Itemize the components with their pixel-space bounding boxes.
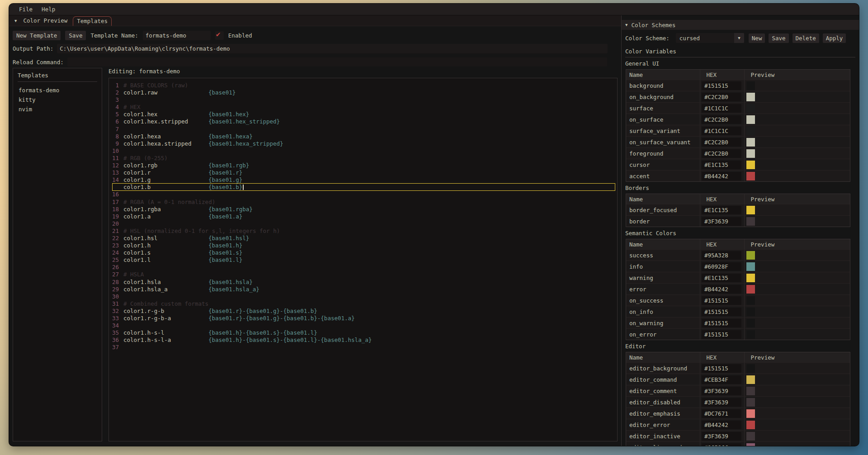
delete-scheme-button[interactable]: Delete — [793, 33, 819, 43]
editor-line[interactable]: 34 — [109, 322, 617, 329]
editor-line[interactable]: 4# HEX — [109, 104, 617, 111]
tab-color-preview[interactable]: Color Preview — [19, 16, 71, 25]
collapse-arrow-icon[interactable]: ▼ — [625, 23, 631, 27]
editor-line[interactable]: 7 — [109, 126, 617, 133]
output-path-input[interactable]: C:\Users\user\AppData\Roaming\clrsync\fo… — [57, 44, 608, 53]
editor-line[interactable]: 23color1.h{base01.h} — [109, 242, 617, 249]
preview-swatch[interactable] — [746, 409, 755, 418]
editor-line[interactable]: 1# BASE COLORS (raw) — [109, 82, 617, 89]
editor-line[interactable]: 9color1.hexa.stripped{base01.hexa_stripp… — [109, 140, 617, 147]
hex-input[interactable]: #3F3639 — [702, 398, 741, 407]
editor-line[interactable]: 32color1.r-g-b{base01.r}-{base01.g}-{bas… — [109, 308, 617, 315]
hex-input[interactable]: #CEB34F — [702, 375, 741, 384]
hex-input[interactable]: #151515 — [702, 330, 741, 339]
hex-input[interactable]: #B44242 — [702, 172, 741, 180]
hex-input[interactable]: #B44242 — [702, 421, 741, 429]
editor-line[interactable]: 22color1.hsl{base01.hsl} — [109, 235, 617, 242]
preview-swatch[interactable] — [746, 421, 755, 429]
preview-swatch[interactable] — [746, 375, 755, 384]
hex-input[interactable]: #1C1C1C — [702, 104, 741, 113]
preview-swatch[interactable] — [746, 149, 755, 158]
preview-swatch[interactable] — [746, 274, 755, 282]
preview-swatch[interactable] — [746, 432, 755, 441]
editor-line[interactable]: 2color1.raw{base01} — [109, 89, 617, 96]
apply-scheme-button[interactable]: Apply — [823, 33, 846, 43]
hex-input[interactable]: #3F3639 — [702, 217, 741, 226]
editor-line[interactable]: 12color1.rgb{base01.rgb} — [109, 162, 617, 169]
editor-line[interactable]: 29color1.hsla_a{base01.hsla_a} — [109, 286, 617, 293]
hex-input[interactable]: #DC7671 — [702, 409, 741, 418]
editor-line[interactable]: 18color1.rgba{base01.rgba} — [109, 206, 617, 213]
preview-swatch[interactable] — [746, 296, 755, 305]
save-template-button[interactable]: Save — [65, 31, 86, 40]
preview-swatch[interactable] — [746, 127, 755, 135]
editor-line[interactable]: 20 — [109, 220, 617, 228]
menu-item-file[interactable]: File — [15, 5, 36, 14]
preview-swatch[interactable] — [746, 115, 755, 124]
enabled-checkbox[interactable]: ✔ — [215, 31, 224, 40]
hex-input[interactable]: #95A328 — [702, 251, 741, 260]
preview-swatch[interactable] — [746, 81, 755, 90]
hex-input[interactable]: #E1C135 — [702, 274, 741, 282]
hex-input[interactable]: #C2C2B0 — [702, 149, 741, 158]
hex-input[interactable]: #3F3639 — [702, 432, 741, 441]
hex-input[interactable]: #B44242 — [702, 285, 741, 294]
color-schemes-header[interactable]: ▼ Color Schemes — [622, 20, 859, 30]
preview-swatch[interactable] — [746, 285, 755, 294]
new-template-button[interactable]: New Template — [13, 31, 61, 40]
hex-input[interactable]: #151515 — [702, 319, 741, 327]
editor-line[interactable]: 14color1.g{base01.g} — [109, 176, 617, 184]
editor-line[interactable]: 5color1.hex{base01.hex} — [109, 111, 617, 118]
editor-line[interactable]: 6color1.hex.stripped{base01.hex_stripped… — [109, 118, 617, 125]
editor-line[interactable]: 21# HSL (normalized 0-1 for s,l, integer… — [109, 228, 617, 235]
editor-line[interactable]: 19color1.a{base01.a} — [109, 213, 617, 220]
preview-swatch[interactable] — [746, 262, 755, 271]
preview-swatch[interactable] — [746, 387, 755, 395]
editor-line[interactable]: 33color1.r-g-b-a{base01.r}-{base01.g}-{b… — [109, 315, 617, 322]
scheme-combo[interactable]: cursed ▼ — [676, 33, 744, 43]
editor-line[interactable]: 31# Combined custom formats — [109, 300, 617, 308]
reload-command-input[interactable] — [67, 57, 607, 66]
editor-line[interactable]: 28color1.hsla{base01.hsla} — [109, 279, 617, 286]
editor-line[interactable]: 25color1.l{base01.l} — [109, 256, 617, 264]
preview-swatch[interactable] — [746, 161, 755, 169]
preview-swatch[interactable] — [746, 319, 755, 327]
preview-swatch[interactable] — [746, 398, 755, 407]
editor-line[interactable]: 16 — [109, 191, 617, 198]
editor-line[interactable]: 30 — [109, 293, 617, 300]
editor-line[interactable]: 36color1.h-s-l-a{base01.h}-{base01.s}-{b… — [109, 337, 617, 344]
editor-line[interactable]: 10 — [109, 147, 617, 155]
collapse-arrow-icon[interactable]: ▼ — [12, 19, 19, 23]
editor-line[interactable]: 3 — [109, 96, 617, 104]
preview-swatch[interactable] — [746, 443, 755, 446]
preview-swatch[interactable] — [746, 308, 755, 316]
editor-line[interactable]: 17# RGBA (A = 0-1 normalized) — [109, 199, 617, 206]
editor-line[interactable]: 27# HSLA — [109, 271, 617, 278]
hex-input[interactable]: #151515 — [702, 81, 741, 90]
editor-line[interactable]: 26 — [109, 264, 617, 271]
editor-line[interactable]: 24color1.s{base01.s} — [109, 249, 617, 256]
template-name-input[interactable]: formats-demo — [143, 31, 211, 40]
template-item[interactable]: nvim — [18, 104, 97, 114]
editor-line[interactable]: 13color1.r{base01.r} — [109, 169, 617, 176]
preview-swatch[interactable] — [746, 104, 755, 113]
template-item[interactable]: kitty — [18, 95, 97, 104]
preview-swatch[interactable] — [746, 364, 755, 373]
new-scheme-button[interactable]: New — [749, 33, 765, 43]
preview-swatch[interactable] — [746, 172, 755, 180]
preview-swatch[interactable] — [746, 251, 755, 260]
editor-line[interactable]: 15color1.b{base01.b} — [109, 184, 617, 191]
hex-input[interactable]: #151515 — [702, 364, 741, 373]
preview-swatch[interactable] — [746, 138, 755, 147]
hex-input[interactable]: #151515 — [702, 296, 741, 305]
hex-input[interactable]: #E1C135 — [702, 161, 741, 169]
hex-input[interactable]: #60928F — [702, 262, 741, 271]
preview-swatch[interactable] — [746, 330, 755, 339]
tab-templates[interactable]: Templates — [73, 16, 112, 26]
hex-input[interactable]: #151515 — [702, 308, 741, 316]
preview-swatch[interactable] — [746, 93, 755, 101]
hex-input[interactable]: #E1C135 — [702, 206, 741, 214]
hex-input[interactable]: #1C1C1C — [702, 127, 741, 135]
editor-line[interactable]: 8color1.hexa{base01.hexa} — [109, 133, 617, 140]
template-item[interactable]: formats-demo — [18, 85, 97, 95]
